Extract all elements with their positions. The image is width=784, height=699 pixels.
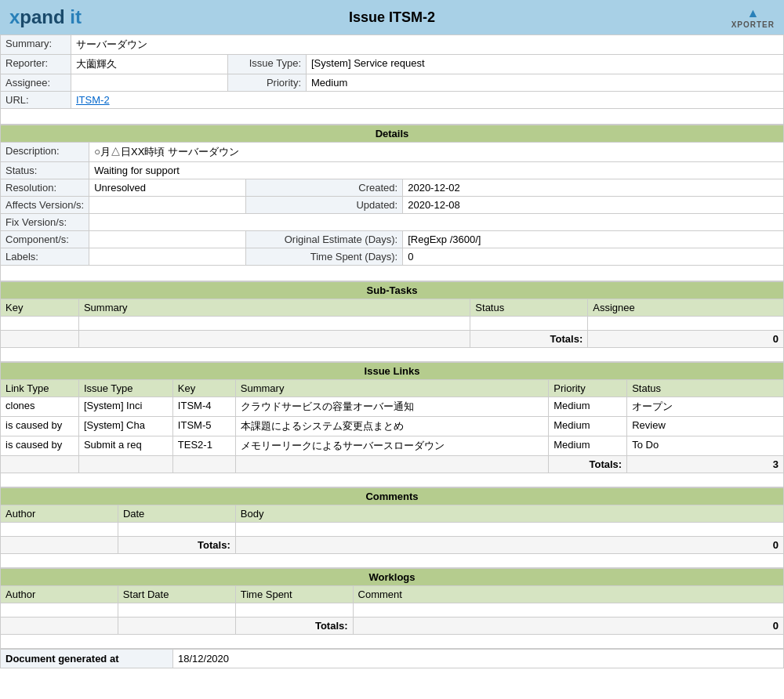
worklogs-empty-time (235, 603, 353, 618)
link-row1-status: オープン (627, 397, 784, 417)
subtasks-col-key: Key (1, 299, 79, 317)
reporter-value: 大薗輝久 (71, 55, 228, 74)
subtasks-col-assignee: Assignee (588, 299, 784, 317)
assignee-value (71, 74, 228, 92)
comments-spacer (1, 554, 784, 568)
link-row2-key: ITSM-5 (172, 417, 235, 436)
reporter-label: Reporter: (1, 55, 71, 74)
comments-col-author: Author (1, 505, 118, 523)
issue-links-section: Issue Links Link Type Issue Type Key Sum… (0, 362, 784, 487)
updated-value: 2020-12-08 (403, 197, 784, 214)
time-spent-label: Time Spent (Days): (246, 248, 403, 266)
footer-value: 18/12/2020 (173, 650, 784, 668)
worklogs-totals-empty2 (118, 618, 235, 635)
page-header: xpand it Issue ITSM-2 ▲ XPORTER (0, 0, 784, 34)
summary-value: サーバーダウン (71, 35, 784, 55)
xporter-logo: ▲ XPORTER (731, 6, 775, 29)
description-label: Description: (1, 143, 89, 162)
links-totals-empty3 (172, 456, 235, 473)
logo-text: xpand it (9, 6, 82, 28)
subtasks-empty-key (1, 317, 79, 331)
worklogs-col-comment: Comment (353, 586, 783, 603)
link-row3-key: TES2-1 (172, 436, 235, 456)
links-col-priority: Priority (549, 380, 627, 397)
link-row3-priority: Medium (549, 436, 627, 456)
description-value: ○月△日XX時頃 サーバーダウン (89, 143, 784, 162)
link-row1-key: ITSM-4 (172, 397, 235, 417)
link-row2-priority: Medium (549, 417, 627, 436)
issue-type-value: [System] Service request (307, 55, 784, 74)
links-col-status: Status (627, 380, 784, 397)
status-value: Waiting for support (89, 162, 784, 179)
comments-empty-author (1, 523, 118, 537)
comments-empty-body (235, 523, 783, 537)
links-col-key: Key (172, 380, 235, 397)
subtasks-spacer (1, 348, 784, 362)
labels-value (89, 248, 246, 266)
subtasks-totals-empty1 (1, 331, 79, 348)
details-section: Details Description: ○月△日XX時頃 サーバーダウン St… (0, 125, 784, 281)
subtasks-col-summary: Summary (78, 299, 470, 317)
comments-totals-label: Totals: (118, 537, 235, 554)
link-row1-type: clones (1, 397, 79, 417)
comments-section: Comments Author Date Body Totals: 0 (0, 487, 784, 568)
worklogs-col-time-spent: Time Spent (235, 586, 353, 603)
comments-totals-empty1 (1, 537, 118, 554)
subtasks-col-status: Status (470, 299, 588, 317)
footer-label: Document generated at (1, 650, 173, 668)
summary-section: Summary: サーバーダウン Reporter: 大薗輝久 Issue Ty… (0, 34, 784, 125)
worklogs-totals-empty1 (1, 618, 118, 635)
priority-value: Medium (307, 74, 784, 92)
link-row-3: is caused by Submit a req TES2-1 メモリーリーク… (1, 436, 784, 456)
worklogs-spacer (1, 635, 784, 649)
link-row-1: clones [System] Inci ITSM-4 クラウドサービスの容量オ… (1, 397, 784, 417)
link-row2-issue-type: [System] Cha (78, 417, 172, 436)
priority-label: Priority: (228, 74, 307, 92)
worklogs-empty-start (118, 603, 235, 618)
links-spacer (1, 473, 784, 487)
subtasks-empty-assignee (588, 317, 784, 331)
fix-version-label: Fix Version/s: (1, 214, 89, 231)
worklogs-col-author: Author (1, 586, 118, 603)
link-row2-status: Review (627, 417, 784, 436)
time-spent-value: 0 (403, 248, 784, 266)
links-totals-label: Totals: (549, 456, 627, 473)
comments-col-body: Body (235, 505, 783, 523)
component-value (89, 231, 246, 248)
worklogs-empty-comment (353, 603, 783, 618)
link-row2-type: is caused by (1, 417, 79, 436)
subtasks-totals-empty2 (78, 331, 470, 348)
link-row3-type: is caused by (1, 436, 79, 456)
xporter-arrow-icon: ▲ (746, 6, 759, 20)
links-col-summary: Summary (235, 380, 548, 397)
link-row3-issue-type: Submit a req (78, 436, 172, 456)
created-value: 2020-12-02 (403, 179, 784, 197)
assignee-label: Assignee: (1, 74, 71, 92)
subtasks-header: Sub-Tasks (1, 282, 784, 299)
worklogs-empty-author (1, 603, 118, 618)
link-row3-summary: メモリーリークによるサーバースローダウン (235, 436, 548, 456)
link-row-2: is caused by [System] Cha ITSM-5 本課題によるシ… (1, 417, 784, 436)
resolution-value: Unresolved (89, 179, 246, 197)
links-col-issue-type: Issue Type (78, 380, 172, 397)
link-row1-priority: Medium (549, 397, 627, 417)
fix-version-value (89, 214, 784, 231)
affects-version-value (89, 197, 246, 214)
component-label: Component/s: (1, 231, 89, 248)
link-row1-issue-type: [System] Inci (78, 397, 172, 417)
labels-label: Labels: (1, 248, 89, 266)
url-value[interactable]: ITSM-2 (71, 92, 784, 109)
worklogs-header: Worklogs (1, 569, 784, 586)
issue-type-label: Issue Type: (228, 55, 307, 74)
details-header: Details (1, 125, 784, 143)
issue-links-header: Issue Links (1, 363, 784, 380)
footer-section: Document generated at 18/12/2020 (0, 649, 784, 668)
worklogs-col-start-date: Start Date (118, 586, 235, 603)
affects-version-label: Affects Version/s: (1, 197, 89, 214)
resolution-label: Resolution: (1, 179, 89, 197)
logo: xpand it (9, 6, 82, 28)
status-label: Status: (1, 162, 89, 179)
links-totals-empty1 (1, 456, 79, 473)
links-totals-empty4 (235, 456, 548, 473)
original-estimate-value: [RegExp /3600/] (403, 231, 784, 248)
